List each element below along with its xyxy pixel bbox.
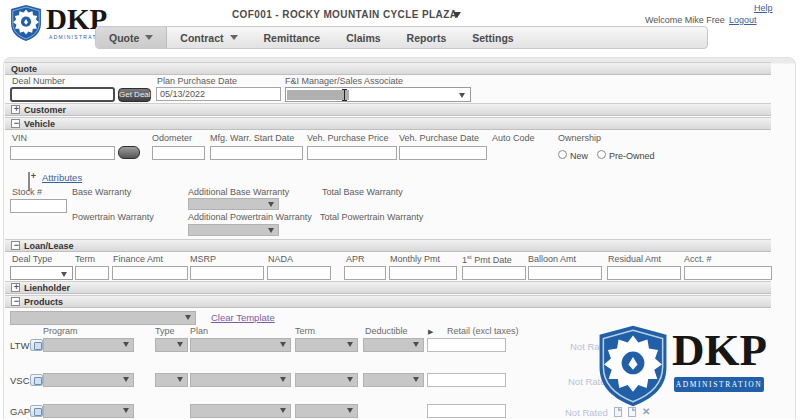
expand-icon[interactable] <box>11 105 20 114</box>
vsc-program-select[interactable] <box>43 373 134 387</box>
plan-purchase-date-input[interactable] <box>156 87 281 101</box>
collapse-icon[interactable] <box>11 241 20 250</box>
gap-term-select[interactable] <box>295 404 358 418</box>
product-code-vsc: VSC <box>10 375 30 386</box>
vsc-type-select[interactable] <box>155 373 188 387</box>
gap-retail-input[interactable] <box>427 404 506 418</box>
clear-template-link[interactable]: Clear Template <box>211 312 275 323</box>
ltw-program-select[interactable] <box>43 338 134 352</box>
term-label: Term <box>75 254 95 264</box>
section-customer-title: Customer <box>24 105 66 115</box>
deal-type-label: Deal Type <box>12 254 52 264</box>
get-deal-button[interactable]: Get Deal <box>118 88 151 102</box>
tab-quote[interactable]: Quote <box>96 27 167 48</box>
collapse-icon[interactable] <box>11 119 20 128</box>
finance-amt-label: Finance Amt <box>113 254 163 264</box>
watermark-logo: DKP ADMINISTRATION <box>595 316 780 420</box>
deal-number-label: Deal Number <box>12 76 65 86</box>
gap-program-select[interactable] <box>43 404 134 418</box>
column-arrow-icon: ▶ <box>428 328 433 336</box>
vsc-term-select[interactable] <box>295 373 358 387</box>
deal-number-input[interactable] <box>10 87 115 102</box>
ltw-deductible-select[interactable] <box>363 338 424 352</box>
dealer-title: COF001 - ROCKY MOUNTAIN CYCLE PLAZA <box>232 9 457 20</box>
ownership-new-radio[interactable] <box>558 150 567 159</box>
additional-base-warranty-select[interactable] <box>188 198 279 210</box>
veh-purchase-date-label: Veh. Purchase Date <box>399 133 479 143</box>
first-pmt-date-label: 1st Pmt Date <box>462 254 512 265</box>
tab-contract[interactable]: Contract <box>167 27 250 48</box>
residual-amt-input[interactable] <box>607 266 681 280</box>
chevron-down-icon <box>61 272 67 280</box>
watermark-brand-text: DKP <box>672 328 767 373</box>
dealer-selector-caret-icon[interactable] <box>453 12 461 22</box>
watermark-tagline: ADMINISTRATION <box>674 377 764 392</box>
col-retail: Retail (excl taxes) <box>447 326 519 336</box>
vsc-retail-input[interactable] <box>427 373 506 387</box>
vin-input[interactable] <box>10 146 115 160</box>
first-pmt-date-input[interactable] <box>462 266 526 280</box>
tab-remittance[interactable]: Remittance <box>251 27 334 48</box>
additional-powertrain-warranty-select[interactable] <box>188 224 279 236</box>
col-term: Term <box>295 326 315 336</box>
ltw-type-select[interactable] <box>155 338 188 352</box>
fi-manager-select[interactable] <box>285 87 471 102</box>
finance-amt-input[interactable] <box>112 266 188 280</box>
section-products[interactable]: Products <box>5 295 771 308</box>
apr-label: APR <box>346 254 365 264</box>
odometer-label: Odometer <box>152 133 192 143</box>
deal-type-select[interactable] <box>10 266 73 280</box>
nada-input[interactable] <box>267 266 331 280</box>
section-vehicle[interactable]: Vehicle <box>5 117 771 130</box>
additional-powertrain-warranty-label: Additional Powertrain Warranty <box>188 212 312 222</box>
stock-input[interactable] <box>10 199 67 213</box>
ltw-retail-input[interactable] <box>427 338 506 352</box>
tab-reports-label: Reports <box>407 32 447 44</box>
veh-purchase-price-input[interactable] <box>307 146 397 160</box>
ltw-term-select[interactable] <box>295 338 358 352</box>
attributes-link[interactable]: Attributes <box>42 172 82 183</box>
section-customer[interactable]: Customer <box>5 103 771 116</box>
vsc-deductible-select[interactable] <box>363 373 424 387</box>
balloon-amt-input[interactable] <box>528 266 602 280</box>
stock-label: Stock # <box>12 187 42 197</box>
tab-settings[interactable]: Settings <box>459 27 526 48</box>
tab-settings-label: Settings <box>472 32 513 44</box>
expand-icon[interactable] <box>11 283 20 292</box>
mfg-warr-start-date-input[interactable] <box>210 146 303 160</box>
gap-plan-select[interactable] <box>190 404 291 418</box>
chevron-down-icon[interactable] <box>459 93 465 101</box>
tab-reports[interactable]: Reports <box>394 27 460 48</box>
nada-label: NADA <box>268 254 293 264</box>
acct-number-label: Acct. # <box>684 254 712 264</box>
section-quote: Quote <box>5 62 771 75</box>
apr-input[interactable] <box>344 266 386 280</box>
odometer-input[interactable] <box>152 146 205 160</box>
vsc-plan-select[interactable] <box>190 373 291 387</box>
rate-lookup-icon[interactable] <box>30 405 43 417</box>
section-lienholder[interactable]: Lienholder <box>5 281 771 294</box>
logout-link[interactable]: Logout <box>729 15 757 25</box>
template-select[interactable] <box>10 311 196 325</box>
plan-purchase-date-label: Plan Purchase Date <box>157 76 237 86</box>
term-input[interactable] <box>75 266 109 280</box>
help-link[interactable]: Help <box>754 3 773 13</box>
rate-lookup-icon[interactable] <box>30 339 43 351</box>
msrp-label: MSRP <box>190 254 216 264</box>
ltw-plan-select[interactable] <box>190 338 291 352</box>
vin-lookup-button[interactable] <box>118 146 140 159</box>
total-powertrain-warranty-label: Total Powertrain Warranty <box>320 212 423 222</box>
msrp-input[interactable] <box>190 266 264 280</box>
tab-claims[interactable]: Claims <box>333 27 393 48</box>
monthly-pmt-input[interactable] <box>389 266 457 280</box>
monthly-pmt-label: Monthly Pmt <box>390 254 440 264</box>
section-loan-lease[interactable]: Loan/Lease <box>5 239 771 252</box>
chevron-down-icon <box>145 35 153 44</box>
rate-lookup-icon[interactable] <box>30 374 43 386</box>
veh-purchase-date-input[interactable] <box>399 146 487 160</box>
auto-code-label: Auto Code <box>492 133 535 143</box>
acct-number-input[interactable] <box>684 266 772 280</box>
col-plan: Plan <box>190 326 208 336</box>
collapse-icon[interactable] <box>11 297 20 306</box>
ownership-preowned-radio[interactable] <box>597 150 606 159</box>
